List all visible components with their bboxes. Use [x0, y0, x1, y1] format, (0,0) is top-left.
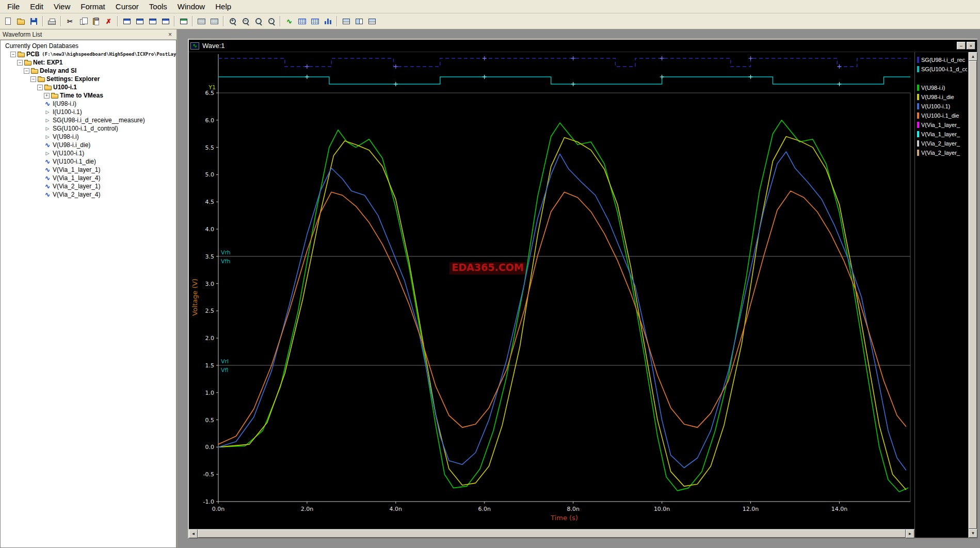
datasheet-button[interactable] — [208, 15, 221, 27]
cascade-windows-button[interactable] — [133, 15, 146, 27]
measure-button[interactable]: ∿ — [283, 15, 296, 27]
split-view-button[interactable] — [365, 15, 378, 27]
histogram-button[interactable] — [322, 15, 334, 27]
menu-item-file[interactable]: File — [2, 1, 25, 12]
tree-item[interactable]: ▷SG(U100-i.1_d_control) — [1, 124, 176, 133]
legend-item[interactable]: SG(U100-i.1_d_co — [917, 65, 967, 74]
tree-item[interactable]: ∿I(U98-i.i) — [1, 100, 176, 108]
watermark-text: EDA365.COM — [452, 262, 523, 273]
new-window-button[interactable] — [120, 15, 133, 27]
tree-item[interactable]: −Delay and SI — [1, 67, 176, 75]
waveform-plot[interactable]: 6.56.05.55.04.54.03.53.02.52.01.51.00.50… — [189, 52, 914, 529]
copy-button[interactable] — [76, 15, 89, 27]
new-button[interactable] — [2, 15, 14, 27]
tree-item[interactable]: −Net: EXP1 — [1, 58, 176, 67]
tile-plots-button[interactable] — [352, 15, 365, 27]
legend-item[interactable]: V(Via_2_layer_ — [917, 148, 967, 157]
zoom-in-button[interactable]: + — [226, 15, 239, 27]
horizontal-scroll-thumb[interactable] — [198, 529, 906, 538]
menu-item-help[interactable]: Help — [210, 1, 236, 12]
tree-item[interactable]: −PCB(F:\new3\highspeedboard\HighSpeed\IC… — [1, 50, 176, 58]
legend-item[interactable]: V(Via_1_layer_ — [917, 130, 967, 139]
tree-item[interactable]: ∿V(U100-i.1_die) — [1, 157, 176, 166]
analog-trace[interactable] — [218, 152, 906, 470]
legend-swatch — [917, 140, 919, 147]
scroll-down-arrow[interactable]: ▼ — [969, 529, 977, 538]
menu-item-tools[interactable]: Tools — [144, 1, 172, 12]
tree-item[interactable]: −Settings: Explorer — [1, 75, 176, 83]
zoom-out-button[interactable]: − — [239, 15, 252, 27]
legend-item[interactable]: SG(U98-i.i_d_rec — [917, 55, 967, 65]
minimize-button[interactable]: – — [957, 42, 966, 50]
tree-item[interactable]: ∿V(U98-i.i_die) — [1, 141, 176, 149]
legend-item[interactable]: V(Via_1_layer_ — [917, 120, 967, 130]
legend-item[interactable]: V(U98-i.i) — [917, 83, 967, 92]
tree-expander[interactable]: + — [44, 93, 50, 99]
tree-item[interactable]: ▷I(U100-i.1) — [1, 108, 176, 116]
paste-button[interactable] — [89, 15, 102, 27]
spreadsheet-button[interactable] — [309, 15, 322, 27]
tree-expander[interactable]: − — [37, 85, 43, 90]
tree-item-path: (F:\new3\highspeedboard\HighSpeed\ICXPro… — [42, 52, 176, 57]
tree-item[interactable]: ▷V(U100-i.1) — [1, 149, 176, 157]
delete-button[interactable]: ✗ — [102, 15, 115, 27]
menu-item-format[interactable]: Format — [75, 1, 110, 12]
tree-expander[interactable]: − — [24, 68, 29, 74]
delete-icon: ✗ — [104, 17, 114, 25]
tree-expander[interactable]: − — [30, 76, 36, 82]
add-plot-button[interactable] — [177, 15, 190, 27]
open-button[interactable] — [14, 15, 27, 27]
tree-item[interactable]: Currently Open Databases — [1, 42, 176, 50]
tree-item-label: V(Via_1_layer_1) — [53, 166, 101, 173]
table-button[interactable] — [296, 15, 309, 27]
tile-vertical-button[interactable] — [159, 15, 172, 27]
wave-window-titlebar[interactable]: ∿ Wave:1 – × — [189, 40, 977, 52]
legend-item[interactable]: V(U100-i.1) — [917, 102, 967, 111]
print-button[interactable] — [45, 15, 58, 27]
tree-item-label: Settings: Explorer — [46, 75, 100, 83]
scroll-left-arrow[interactable]: ◄ — [189, 529, 198, 538]
legend-item[interactable]: V(U100-i.1_die — [917, 111, 967, 120]
menu-item-edit[interactable]: Edit — [25, 1, 49, 12]
tree-expander[interactable]: − — [17, 60, 23, 66]
horizontal-scrollbar[interactable]: ◄ ► — [189, 529, 914, 538]
close-window-button[interactable]: × — [967, 42, 975, 50]
tree-item[interactable]: +Time to VMeas — [1, 91, 176, 100]
legend-item[interactable]: V(Via_2_layer_ — [917, 139, 967, 148]
waveform-icon: ∿ — [44, 191, 51, 198]
legend-swatch — [917, 122, 919, 128]
tree-item[interactable]: −U100-i.1 — [1, 83, 176, 91]
zoom-full-button[interactable] — [252, 15, 265, 27]
menu-item-view[interactable]: View — [49, 1, 75, 12]
tree-item[interactable]: ∿V(Via_1_layer_4) — [1, 174, 176, 182]
tree-expander[interactable]: − — [10, 52, 16, 57]
digital-trace[interactable] — [218, 58, 910, 67]
analog-trace[interactable] — [218, 120, 908, 492]
menu-item-window[interactable]: Window — [172, 1, 210, 12]
panel-close-button[interactable]: × — [166, 30, 174, 38]
plot-area[interactable]: 6.56.05.55.04.54.03.53.02.52.01.51.00.50… — [189, 52, 914, 529]
tree-item-label: Currently Open Databases — [5, 42, 78, 50]
legend-item[interactable]: V(U98-i.i_die — [917, 92, 967, 102]
analog-trace[interactable] — [218, 191, 906, 444]
zoom-window-button[interactable]: · — [265, 15, 278, 27]
stack-plots-button[interactable] — [340, 15, 352, 27]
digital-trace[interactable] — [218, 77, 910, 84]
tree-item-label: V(U98-i.i) — [53, 133, 79, 140]
tree-item[interactable]: ▷V(U98-i.i) — [1, 133, 176, 141]
vertical-scroll-thumb[interactable] — [969, 61, 977, 529]
save-icon — [30, 18, 37, 25]
save-button[interactable] — [27, 15, 40, 27]
stimulus-icon: ▷ — [44, 126, 51, 131]
tile-horizontal-button[interactable] — [146, 15, 159, 27]
menu-item-cursor[interactable]: Cursor — [110, 1, 144, 12]
tree-item[interactable]: ∿V(Via_1_layer_1) — [1, 166, 176, 174]
cut-button[interactable]: ✂ — [63, 15, 76, 27]
scroll-up-arrow[interactable]: ▲ — [969, 52, 977, 61]
tree-item[interactable]: ∿V(Via_2_layer_4) — [1, 190, 176, 199]
tree-item[interactable]: ∿V(Via_2_layer_1) — [1, 182, 176, 190]
grid-button[interactable] — [195, 15, 208, 27]
vertical-scrollbar[interactable]: ▲ ▼ — [968, 52, 977, 538]
tree-item[interactable]: ▷SG(U98-i.i_d_receive__measure) — [1, 116, 176, 124]
scroll-right-arrow[interactable]: ► — [906, 529, 914, 538]
